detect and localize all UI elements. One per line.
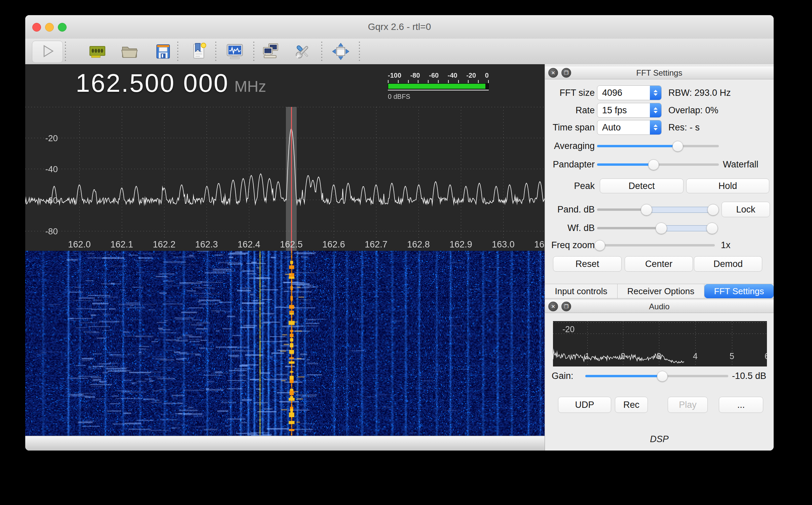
meter-tick-label: -40 [448, 72, 457, 79]
slider-knob[interactable] [657, 371, 668, 382]
db-axis-label: -60 [31, 195, 58, 206]
meter-underline [388, 90, 489, 90]
peak-detect-button[interactable]: Detect [600, 179, 684, 193]
freq-axis-label: 162.4 [229, 239, 269, 250]
lock-button[interactable]: Lock [722, 202, 770, 217]
fft-settings-header: ✕ ❐ FFT Settings [545, 66, 774, 79]
toolbar-separator [177, 42, 178, 61]
tab-input-controls[interactable]: Input controls [545, 284, 618, 298]
bookmarks-button[interactable] [190, 42, 209, 61]
fullscreen-button[interactable] [331, 42, 350, 61]
tab-receiver-options[interactable]: Receiver Options [618, 284, 704, 298]
dock-title: FFT Settings [545, 68, 774, 78]
tools-button[interactable] [293, 42, 312, 61]
toolbar-separator [215, 42, 216, 61]
freq-axis-label: 162.3 [186, 239, 227, 250]
freq-zoom-label: Freq zoom [545, 240, 595, 250]
start-dsp-button[interactable] [32, 41, 63, 63]
pandapter-db-range-slider[interactable] [597, 202, 716, 217]
toolbar [25, 39, 774, 65]
slider-knob[interactable] [672, 141, 683, 152]
freq-axis-label: 162.8 [398, 239, 439, 250]
rate-select[interactable]: 15 fps [597, 103, 662, 118]
slider-knob[interactable] [648, 159, 659, 170]
reset-button[interactable]: Reset [553, 256, 622, 272]
freq-axis-label: 162.5 [271, 239, 311, 250]
range-knob-low[interactable] [641, 204, 652, 216]
audio-spectrum-plot: -20 1 2 3 4 5 6 [553, 321, 767, 366]
status-bar [25, 436, 545, 451]
audio-header: ✕ ❐ Audio [545, 300, 774, 313]
freq-axis-label: 162.7 [356, 239, 396, 250]
stepper-icon[interactable] [650, 103, 661, 117]
db-axis-label: -80 [31, 226, 58, 237]
fft-size-select[interactable]: 4096 [597, 85, 662, 100]
open-file-button[interactable] [120, 42, 139, 61]
audio-x-label: 5 [728, 351, 736, 361]
waterfall-canvas[interactable] [25, 251, 545, 436]
rate-value: 15 fps [602, 105, 627, 116]
meter-ticks [388, 80, 489, 83]
stepper-icon[interactable] [650, 120, 661, 134]
freq-zoom-slider[interactable] [597, 238, 715, 252]
averaging-slider[interactable] [597, 139, 719, 153]
udp-button[interactable]: UDP [558, 397, 611, 413]
audio-db-label: -20 [562, 324, 575, 334]
wf-db-label: Wf. dB [545, 223, 595, 233]
time-span-label: Time span [545, 122, 595, 133]
rec-button[interactable]: Rec [615, 397, 648, 413]
waterfall-db-range-slider[interactable] [597, 221, 716, 235]
play-button[interactable]: Play [668, 397, 708, 413]
pand-db-label: Pand. dB [545, 204, 595, 215]
configure-devices-button[interactable] [88, 42, 107, 61]
waterfall[interactable] [25, 251, 545, 436]
device-card-icon [88, 56, 107, 62]
spectrum-area: 162.500 000 MHz -100 -80 -60 -40 -20 0 0… [25, 64, 545, 436]
overlap-info: Overlap: 0% [668, 105, 718, 116]
freq-axis-label: 162.6 [313, 239, 354, 250]
audio-options-button[interactable]: ... [719, 397, 763, 413]
meter-tick-label: -80 [410, 72, 420, 79]
averaging-label: Averaging [545, 141, 595, 151]
peak-label: Peak [545, 181, 595, 191]
save-file-button[interactable] [154, 42, 173, 61]
rbw-info: RBW: 293.0 Hz [668, 88, 731, 98]
audio-gain-slider[interactable] [585, 368, 728, 383]
toolbar-separator [359, 42, 360, 61]
frequency-unit: MHz [234, 77, 266, 95]
freq-axis-label: 163.0 [483, 239, 523, 250]
tab-fft-settings[interactable]: FFT Settings [704, 284, 774, 298]
peak-hold-button[interactable]: Hold [686, 179, 769, 193]
audio-x-label: 1 [583, 351, 591, 361]
meter-tick-label: -20 [466, 72, 476, 79]
frequency-digits[interactable]: 162.500 000 [76, 68, 229, 98]
floppy-icon [154, 56, 173, 62]
toolbar-separator [65, 42, 66, 61]
center-button[interactable]: Center [625, 256, 693, 272]
range-knob-low[interactable] [656, 223, 667, 234]
toolbar-separator [253, 42, 254, 61]
remote-control-button[interactable] [261, 42, 280, 61]
stepper-icon[interactable] [650, 86, 661, 100]
signal-meter: -100 -80 -60 -40 -20 0 0 dBFS [388, 72, 489, 101]
pandapter-label: Pandapter [545, 159, 595, 170]
frequency-display[interactable]: 162.500 000 MHz [76, 68, 266, 98]
play-icon [39, 42, 56, 61]
pandapter-plot[interactable]: 162.500 000 MHz -100 -80 -60 -40 -20 0 0… [25, 64, 545, 251]
audio-x-label: 2 [619, 351, 627, 361]
meter-caption: 0 dBFS [388, 93, 489, 101]
freq-axis-label: 162.1 [102, 239, 142, 250]
meter-level-fill [388, 84, 485, 89]
time-span-select[interactable]: Auto [597, 120, 662, 135]
meter-tick-label: -100 [388, 72, 401, 79]
freq-axis-label: 163.1 [525, 239, 545, 250]
range-knob-high[interactable] [707, 204, 719, 216]
gqrx-window: Gqrx 2.6 - rtl=0 [25, 15, 774, 451]
freq-axis-label: 162.9 [441, 239, 481, 250]
slider-knob[interactable] [594, 240, 605, 251]
freq-zoom-value: 1x [721, 240, 731, 250]
range-knob-high[interactable] [706, 223, 718, 234]
dsp-display-button[interactable] [225, 42, 244, 61]
pandapter-waterfall-split-slider[interactable] [597, 157, 719, 172]
demod-button[interactable]: Demod [694, 256, 762, 272]
